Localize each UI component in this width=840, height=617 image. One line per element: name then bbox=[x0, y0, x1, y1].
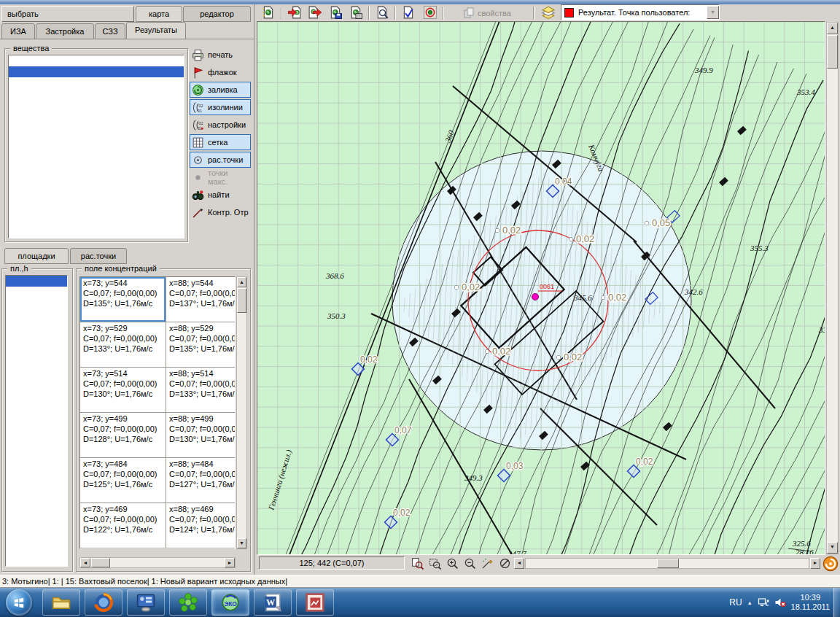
concentration-cell[interactable]: x=73; y=499 C=0,07; f=0,00(0,00) D=128°;… bbox=[80, 413, 166, 458]
tool-button[interactable]: точки макс. bbox=[190, 169, 251, 185]
user-point-icon bbox=[532, 294, 539, 300]
zoom-in-icon[interactable] bbox=[444, 556, 460, 570]
substance-item[interactable] bbox=[9, 66, 184, 77]
start-button[interactable] bbox=[6, 589, 32, 616]
tab-map[interactable]: карта bbox=[136, 6, 182, 22]
properties-button[interactable]: свойства bbox=[463, 5, 511, 21]
zoom-page-icon[interactable] bbox=[409, 556, 425, 570]
tab-zastroyka[interactable]: Застройка bbox=[36, 23, 94, 39]
taskbar-word[interactable]: W bbox=[254, 589, 292, 616]
substances-list[interactable] bbox=[8, 55, 184, 238]
concentration-cell[interactable]: x=73; y=544 C=0,07; f=0,00(0,00) D=135°;… bbox=[80, 277, 166, 322]
ecolog-corner-icon[interactable] bbox=[822, 556, 839, 572]
map-canvas[interactable]: 0,020,020,020,020,020,020,050.040,070,02… bbox=[257, 22, 825, 554]
taskbar-explorer[interactable] bbox=[42, 589, 80, 616]
map-hscrollbar[interactable] bbox=[525, 558, 809, 569]
concentration-cell[interactable]: x=88; y=514 C=0,07; f=0,00(0,00) D=133°;… bbox=[166, 368, 236, 413]
tab-editor[interactable]: редактор bbox=[183, 6, 251, 22]
scroll-left-icon[interactable]: ◄ bbox=[514, 558, 524, 569]
scroll-up-icon[interactable]: ▲ bbox=[237, 277, 246, 287]
clock[interactable]: 10:39 18.11.2011 bbox=[791, 593, 830, 612]
concentration-cell[interactable]: x=88; y=484 C=0,07; f=0,00(0,00) D=127°;… bbox=[166, 458, 236, 503]
zoom-out-icon[interactable] bbox=[462, 556, 478, 570]
tool-button[interactable]: сетка bbox=[190, 134, 251, 150]
map-vscroll-thumb[interactable] bbox=[827, 35, 838, 69]
concentration-cell[interactable]: x=73; y=469 C=0,07; f=0,00(0,00) D=122°;… bbox=[80, 503, 166, 548]
substance-item[interactable] bbox=[9, 77, 184, 88]
import-result-icon[interactable] bbox=[285, 4, 304, 20]
table-hscrollbar[interactable]: ◄ ► bbox=[79, 557, 236, 568]
cell-concentration: C=0,07; f=0,00(0,00) bbox=[83, 333, 163, 344]
language-indicator[interactable]: RU bbox=[729, 597, 742, 608]
site-item[interactable] bbox=[6, 276, 67, 287]
tool-button[interactable]: 0201 изолинии bbox=[190, 99, 251, 115]
scroll-down-icon[interactable]: ▼ bbox=[237, 538, 246, 548]
new-result-icon[interactable] bbox=[259, 4, 278, 20]
tool-button[interactable]: 0201 настройки bbox=[190, 117, 251, 133]
concentration-cell[interactable]: x=73; y=514 C=0,07; f=0,00(0,00) D=130°;… bbox=[80, 368, 166, 413]
scroll-up-icon[interactable]: ▲ bbox=[827, 23, 838, 34]
tool-button[interactable]: печать bbox=[190, 47, 251, 63]
cell-direction: D=135°; U=1,76м/с bbox=[169, 344, 236, 354]
tab-calc-points[interactable]: рас.точки bbox=[70, 248, 127, 264]
tab-results[interactable]: Результаты bbox=[126, 22, 186, 39]
target-icon[interactable] bbox=[421, 4, 440, 20]
hscroll-thumb[interactable] bbox=[91, 558, 110, 567]
tab-sites[interactable]: площадки bbox=[4, 248, 69, 264]
tool-button[interactable]: заливка bbox=[190, 82, 251, 98]
concentration-cell[interactable]: x=88; y=544 C=0,07; f=0,00(0,00) D=137°;… bbox=[166, 277, 236, 322]
tool-button[interactable]: рас.точки bbox=[190, 152, 251, 168]
taskbar-image-editor[interactable] bbox=[296, 589, 334, 616]
zoom-rect-icon[interactable] bbox=[427, 556, 443, 570]
network-icon[interactable] bbox=[758, 597, 769, 608]
tool-button[interactable]: найти bbox=[190, 187, 251, 203]
scroll-right-icon[interactable]: ► bbox=[225, 558, 235, 567]
select-menu-button[interactable]: выбрать bbox=[1, 6, 134, 22]
sites-list[interactable] bbox=[5, 275, 68, 567]
substance-item[interactable] bbox=[9, 55, 184, 66]
cell-coords: x=88; y=499 bbox=[169, 414, 236, 424]
taskbar-ecolog[interactable]: ЭКО bbox=[211, 589, 249, 616]
svg-text:01: 01 bbox=[198, 108, 202, 112]
export-result-icon[interactable] bbox=[306, 4, 324, 20]
map-vscrollbar[interactable]: ▲ ▼ bbox=[826, 22, 839, 554]
scroll-right-icon[interactable]: ► bbox=[810, 558, 820, 569]
concentration-group-label: поле концентраций bbox=[82, 264, 160, 273]
tool-button[interactable]: флажок bbox=[190, 64, 251, 80]
save-result-icon[interactable] bbox=[326, 4, 345, 20]
tool-button[interactable]: Контр. Отр bbox=[190, 204, 251, 220]
check-result-icon[interactable] bbox=[399, 4, 418, 20]
cell-concentration: C=0,07; f=0,00(0,00) bbox=[83, 469, 163, 479]
concentration-table[interactable]: x=73; y=544 C=0,07; f=0,00(0,00) D=135°;… bbox=[79, 276, 236, 549]
tab-szz[interactable]: СЗЗ bbox=[95, 23, 125, 39]
concentration-cell[interactable]: x=88; y=499 C=0,07; f=0,00(0,00) D=130°;… bbox=[166, 413, 236, 458]
table-result-icon[interactable] bbox=[346, 4, 365, 20]
windows-logo-icon bbox=[12, 595, 26, 610]
dropdown-arrow-icon[interactable]: ▼ bbox=[707, 6, 719, 19]
taskbar-firefox[interactable] bbox=[85, 589, 122, 616]
cell-concentration: C=0,07; f=0,00(0,00) bbox=[83, 424, 163, 434]
table-vscrollbar[interactable]: ▲ ▼ bbox=[236, 276, 247, 549]
volume-muted-icon[interactable] bbox=[774, 597, 786, 608]
concentration-cell[interactable]: x=88; y=469 C=0,07; f=0,00(0,00) D=124°;… bbox=[166, 503, 236, 548]
scroll-left-icon[interactable]: ◄ bbox=[80, 558, 90, 567]
layers-icon[interactable] bbox=[539, 4, 558, 20]
vscroll-thumb[interactable] bbox=[237, 288, 246, 313]
substance-item[interactable] bbox=[9, 88, 184, 99]
concentration-cell[interactable]: x=73; y=484 C=0,07; f=0,00(0,00) D=125°;… bbox=[80, 458, 166, 503]
tray-expand-icon[interactable]: ▲ bbox=[747, 600, 752, 605]
rotate-view-icon[interactable] bbox=[497, 556, 513, 570]
taskbar-display-settings[interactable] bbox=[127, 589, 165, 616]
tool-label: настройки bbox=[208, 120, 246, 129]
concentration-cell[interactable]: x=88; y=529 C=0,07; f=0,00(0,00) D=135°;… bbox=[166, 322, 236, 368]
concentration-cell[interactable]: x=73; y=529 C=0,07; f=0,00(0,00) D=133°;… bbox=[80, 322, 166, 368]
measure-icon[interactable] bbox=[479, 556, 495, 570]
scroll-down-icon[interactable]: ▼ bbox=[827, 542, 838, 554]
substances-group-label: вещества bbox=[10, 44, 52, 53]
preview-icon[interactable] bbox=[373, 4, 392, 20]
taskbar-icq[interactable] bbox=[169, 589, 207, 616]
legend-dropdown[interactable]: Результат. Точка пользовател: ▼ bbox=[561, 4, 720, 20]
map-hscroll-thumb[interactable] bbox=[657, 559, 679, 568]
show-desktop-button[interactable] bbox=[833, 588, 840, 617]
tab-iza[interactable]: ИЗА bbox=[1, 23, 35, 39]
